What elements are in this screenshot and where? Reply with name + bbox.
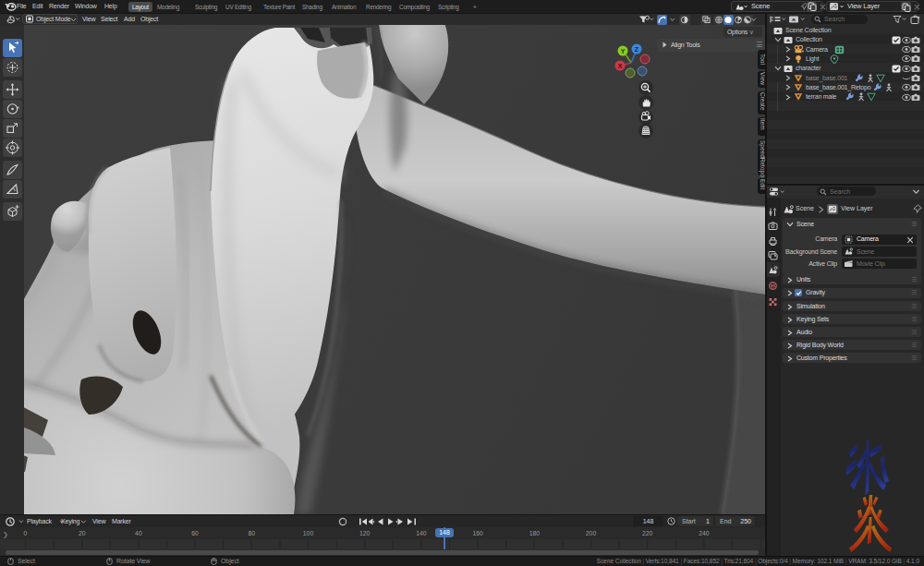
svg-text:40: 40 [135, 530, 142, 536]
svg-text:160: 160 [472, 530, 483, 536]
svg-text:180: 180 [529, 530, 541, 536]
svg-text:80: 80 [249, 530, 256, 536]
svg-text:0: 0 [24, 530, 28, 536]
svg-text:140: 140 [416, 530, 427, 536]
svg-text:Y: Y [621, 48, 626, 54]
svg-text:20: 20 [79, 530, 86, 536]
svg-text:60: 60 [191, 530, 199, 536]
svg-text:X: X [618, 63, 623, 69]
svg-text:200: 200 [586, 530, 597, 536]
svg-text:❯: ❯ [3, 531, 8, 538]
svg-text:100: 100 [303, 530, 314, 536]
svg-text:120: 120 [359, 530, 371, 536]
svg-text:220: 220 [642, 530, 653, 536]
svg-text:240: 240 [699, 530, 710, 536]
svg-text:Z: Z [635, 46, 639, 53]
